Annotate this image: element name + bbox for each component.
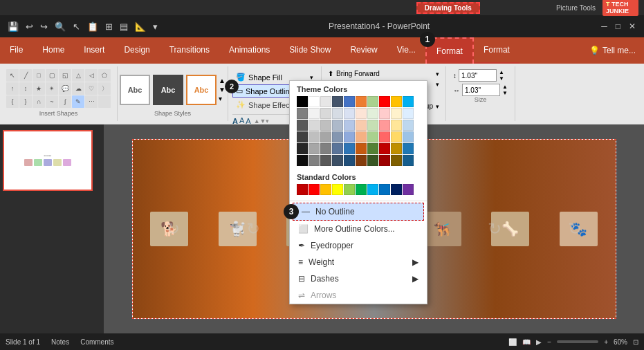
expand-styles-btn[interactable]: ▾	[219, 95, 226, 102]
color-cell[interactable]	[391, 108, 402, 119]
color-cell[interactable]	[297, 143, 308, 154]
group-dropdown[interactable]: ▾	[436, 103, 439, 110]
shape-heart-icon[interactable]: ♡	[85, 82, 98, 95]
shape-cursor-icon[interactable]: ↖	[6, 69, 19, 82]
slide-thumbnail[interactable]: ■■■■■■	[3, 130, 93, 191]
shape-arc-icon[interactable]: ∩	[33, 95, 45, 108]
shape-callout-icon[interactable]: 💬	[59, 82, 71, 95]
color-cell[interactable]	[309, 143, 320, 154]
color-cell[interactable]	[356, 108, 367, 119]
color-cell[interactable]	[344, 108, 355, 119]
color-cell[interactable]	[344, 120, 355, 131]
color-cell[interactable]	[332, 131, 343, 142]
zoom-in-btn[interactable]: +	[604, 338, 608, 346]
tab-format-picture[interactable]: Format	[474, 37, 519, 64]
height-input[interactable]	[459, 69, 497, 82]
tab-slideshow[interactable]: Slide Show	[279, 37, 340, 64]
color-cell[interactable]	[391, 143, 402, 154]
shape-darrow-icon[interactable]: ↕	[19, 82, 32, 95]
tab-format-drawing[interactable]: 1 Format	[425, 37, 474, 64]
color-cell[interactable]	[309, 155, 320, 166]
tell-me-box[interactable]: 💡 Tell me...	[581, 37, 644, 64]
color-cell[interactable]	[367, 131, 378, 142]
color-cell[interactable]	[297, 131, 308, 142]
standard-color-cell[interactable]	[379, 184, 390, 195]
scroll-up-btn[interactable]: ▲	[219, 77, 226, 84]
close-btn[interactable]: ✕	[626, 21, 638, 31]
layout-qat-btn[interactable]: ⊞	[103, 20, 115, 33]
tab-review[interactable]: Review	[340, 37, 387, 64]
color-cell[interactable]	[391, 96, 402, 107]
fit-slide-btn[interactable]: ⊡	[633, 338, 638, 346]
color-cell[interactable]	[297, 120, 308, 131]
color-cell[interactable]	[309, 108, 320, 119]
color-cell[interactable]	[320, 108, 331, 119]
send-backward-arrow[interactable]: ▾	[436, 81, 439, 88]
zoom-out-btn[interactable]: −	[547, 338, 551, 346]
weight-btn[interactable]: ≡ Weight ▶	[290, 254, 427, 270]
shape-arrow-icon[interactable]: ↑	[6, 82, 19, 95]
color-cell[interactable]	[332, 155, 343, 166]
copy-qat-btn[interactable]: 📋	[85, 20, 100, 33]
bring-forward-arrow[interactable]: ▾	[436, 71, 439, 77]
color-cell[interactable]	[367, 155, 378, 166]
style-sample-3[interactable]: Abc	[186, 75, 217, 105]
standard-color-cell[interactable]	[403, 184, 414, 195]
bring-forward-btn[interactable]: ⬆ Bring Forward ▾	[326, 69, 441, 78]
standard-color-cell[interactable]	[344, 184, 355, 195]
standard-color-cell[interactable]	[309, 184, 320, 195]
color-cell[interactable]	[344, 131, 355, 142]
search-qat-btn[interactable]: 🔍	[53, 20, 68, 33]
shape-more2-icon[interactable]	[98, 95, 111, 108]
color-cell[interactable]	[356, 155, 367, 166]
tab-insert[interactable]: Insert	[74, 37, 114, 64]
color-cell[interactable]	[297, 96, 308, 107]
view-slideshow-btn[interactable]: ▶	[536, 338, 542, 346]
dashes-btn[interactable]: ⊟ Dashes ▶	[290, 270, 427, 287]
shape-edit-icon[interactable]: ✎	[72, 95, 84, 108]
standard-color-cell[interactable]	[391, 184, 402, 195]
color-cell[interactable]	[403, 120, 414, 131]
color-cell[interactable]	[344, 155, 355, 166]
shape-freeform-icon[interactable]: ∫	[59, 95, 71, 108]
color-cell[interactable]	[379, 143, 390, 154]
shape-rect-icon[interactable]: □	[33, 69, 45, 82]
color-cell[interactable]	[309, 120, 320, 131]
color-cell[interactable]	[356, 120, 367, 131]
color-cell[interactable]	[367, 96, 378, 107]
color-cell[interactable]	[367, 120, 378, 131]
color-cell[interactable]	[309, 96, 320, 107]
shape-chevron-icon[interactable]: 〉	[98, 82, 111, 95]
color-cell[interactable]	[332, 120, 343, 131]
color-cell[interactable]	[356, 143, 367, 154]
maximize-btn[interactable]: □	[613, 21, 623, 31]
color-cell[interactable]	[403, 143, 414, 154]
fill-dropdown-arrow[interactable]: ▾	[310, 74, 313, 81]
shape-star-icon[interactable]: ★	[33, 82, 45, 95]
standard-color-cell[interactable]	[356, 184, 367, 195]
more-qat-btn[interactable]: ▾	[151, 20, 160, 33]
color-cell[interactable]	[403, 96, 414, 107]
color-cell[interactable]	[403, 131, 414, 142]
color-cell[interactable]	[356, 131, 367, 142]
color-cell[interactable]	[320, 120, 331, 131]
save-qat-btn[interactable]: 💾	[6, 20, 21, 33]
notes-btn[interactable]: Notes	[51, 338, 69, 346]
color-cell[interactable]	[320, 96, 331, 107]
shape-rtri-icon[interactable]: ◁	[85, 69, 98, 82]
color-cell[interactable]	[356, 96, 367, 107]
tab-transitions[interactable]: Transitions	[160, 37, 219, 64]
color-cell[interactable]	[379, 120, 390, 131]
standard-color-cell[interactable]	[320, 184, 331, 195]
color-cell[interactable]	[320, 155, 331, 166]
color-cell[interactable]	[391, 131, 402, 142]
shape-burst-icon[interactable]: ✴	[46, 82, 58, 95]
no-outline-btn[interactable]: — No Outline 3	[293, 203, 424, 221]
comments-btn[interactable]: Comments	[80, 338, 113, 346]
shape-line-icon[interactable]: ╱	[19, 69, 32, 82]
cursor-qat-btn[interactable]: ↖	[71, 20, 82, 33]
shape-wave-icon[interactable]: ~	[46, 95, 58, 108]
redo-qat-btn[interactable]: ↪	[38, 20, 50, 33]
zoom-bar[interactable]	[557, 340, 598, 343]
color-cell[interactable]	[332, 96, 343, 107]
